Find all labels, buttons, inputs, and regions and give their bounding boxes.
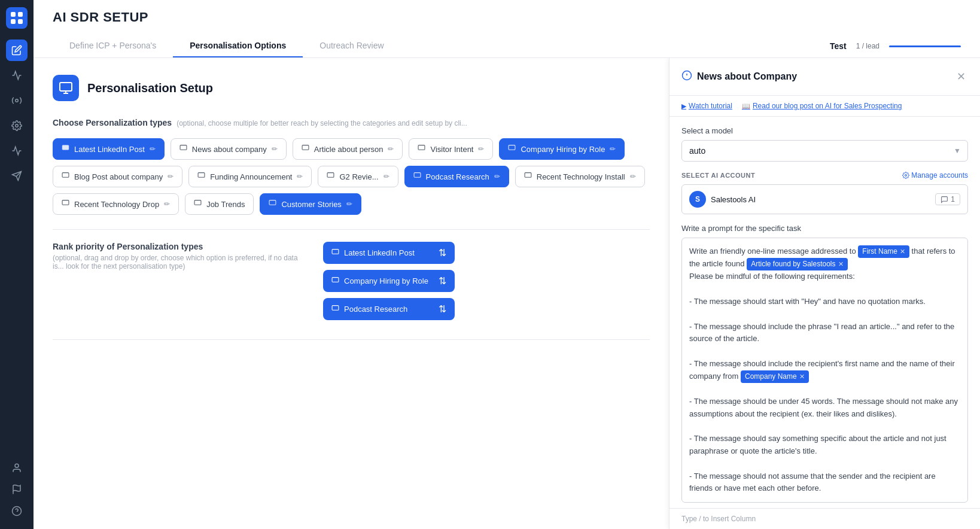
chip-edit-blog[interactable]: ✏ — [168, 172, 174, 181]
chip-company-hiring[interactable]: Company Hiring by Role ✏ — [499, 138, 625, 160]
rank-item-podcast[interactable]: Podcast Research ⇅ — [323, 298, 455, 320]
prompt-tag-article[interactable]: Article found by Salestools ✕ — [747, 258, 847, 270]
lead-count: 1 / lead — [856, 42, 879, 50]
setup-icon — [53, 75, 79, 101]
chip-latest-linkedin[interactable]: Latest LinkedIn Post ✏ — [53, 138, 165, 160]
chip-edit-tech-install[interactable]: ✏ — [630, 172, 636, 181]
chip-edit-customer[interactable]: ✏ — [346, 200, 352, 208]
sidebar-item-settings-alt[interactable] — [6, 115, 28, 136]
prompt-tag-article-close[interactable]: ✕ — [838, 259, 844, 270]
setup-panel: Personalisation Setup Choose Personaliza… — [34, 58, 669, 529]
svg-rect-19 — [509, 145, 516, 150]
ai-account-row: S Salestools AI 1 — [681, 184, 968, 214]
chip-label-customer: Customer Stories — [281, 200, 341, 209]
rank-arrows-podcast[interactable]: ⇅ — [439, 303, 446, 315]
tab-personalisation[interactable]: Personalisation Options — [173, 35, 303, 57]
chip-funding[interactable]: Funding Announcement ✏ — [188, 166, 312, 187]
tab-outreach[interactable]: Outreach Review — [303, 35, 400, 57]
rank-label-hiring: Company Hiring by Role — [344, 276, 428, 285]
rank-items: Latest LinkedIn Post ⇅ Company Hiring by… — [323, 242, 455, 320]
chip-news-company[interactable]: News about company ✏ — [171, 138, 287, 160]
chip-label-job-trends: Job Trends — [206, 200, 245, 209]
sidebar-item-send[interactable] — [6, 165, 28, 187]
sidebar-item-user-settings[interactable] — [6, 457, 28, 479]
svg-point-5 — [16, 124, 19, 127]
sidebar-item-analytics[interactable] — [6, 65, 28, 86]
chip-edit-g2[interactable]: ✏ — [384, 172, 389, 181]
chip-edit-podcast[interactable]: ✏ — [494, 172, 500, 181]
svg-rect-3 — [18, 19, 23, 24]
sidebar-item-help[interactable] — [6, 500, 28, 522]
chip-job-trends[interactable]: Job Trends — [185, 193, 254, 215]
chip-customer-stories[interactable]: Customer Stories ✏ — [260, 193, 361, 215]
side-panel-body: Select a model auto ▼ SELECT AI ACCOUNT … — [669, 117, 980, 508]
chip-icon-tech-install — [524, 172, 532, 181]
chip-edit-hiring[interactable]: ✏ — [610, 145, 616, 153]
chip-edit-news[interactable]: ✏ — [272, 145, 278, 153]
model-select-wrapper: auto ▼ — [681, 140, 968, 162]
model-select[interactable]: auto — [681, 140, 968, 162]
prompt-footer: Type / to Insert Column — [669, 508, 980, 529]
chip-icon-news — [179, 144, 187, 154]
progress-bar — [889, 45, 961, 47]
chip-icon-tech-drop — [62, 199, 69, 209]
prompt-tag-company[interactable]: Company Name ✕ — [741, 370, 809, 383]
manage-accounts-link[interactable]: Manage accounts — [902, 171, 968, 180]
svg-rect-2 — [11, 19, 16, 24]
svg-rect-17 — [302, 145, 309, 150]
prompt-tag-firstname-close[interactable]: ✕ — [900, 247, 905, 257]
chip-icon-hiring — [508, 144, 516, 154]
chip-article-person[interactable]: Article about person ✏ — [293, 138, 403, 160]
app-logo[interactable] — [6, 7, 28, 29]
rank-arrows-linkedin[interactable]: ⇅ — [439, 247, 446, 259]
chip-icon-visitor — [418, 144, 425, 154]
chip-visitor-intent[interactable]: Visitor Intent ✏ — [409, 138, 493, 160]
chip-icon-blog — [62, 172, 69, 181]
personalization-chips: Latest LinkedIn Post ✏ News about compan… — [53, 138, 650, 215]
rank-icon-podcast — [331, 305, 339, 314]
rank-label-col: Rank priority of Personalization types (… — [53, 242, 304, 270]
chip-label-linkedin: Latest LinkedIn Post — [74, 145, 145, 154]
sidebar-item-integrations[interactable] — [6, 90, 28, 111]
tab-icp[interactable]: Define ICP + Persona's — [53, 35, 173, 57]
header: AI SDR SETUP Define ICP + Persona's Pers… — [34, 0, 980, 58]
chip-icon-funding — [197, 172, 205, 181]
chip-icon-linkedin — [62, 144, 69, 154]
sidebar-item-pulse[interactable] — [6, 140, 28, 162]
sidebar — [0, 0, 34, 529]
svg-point-34 — [905, 175, 907, 177]
chip-edit-funding[interactable]: ✏ — [297, 172, 303, 181]
svg-rect-30 — [332, 305, 339, 310]
chip-blog-post[interactable]: Blog Post about company ✏ — [53, 166, 182, 187]
sidebar-item-compose[interactable] — [6, 39, 28, 61]
chip-tech-drop[interactable]: Recent Technology Drop ✏ — [53, 193, 179, 215]
rank-section: Rank priority of Personalization types (… — [53, 242, 650, 320]
chip-tech-install[interactable]: Recent Technology Install ✏ — [515, 166, 645, 187]
rank-item-hiring[interactable]: Company Hiring by Role ⇅ — [323, 270, 455, 292]
svg-rect-28 — [332, 249, 339, 254]
svg-rect-26 — [194, 200, 201, 205]
chip-podcast[interactable]: Podcast Research ✏ — [404, 166, 509, 187]
close-panel-button[interactable]: ✕ — [954, 68, 968, 86]
watch-tutorial-link[interactable]: ▶ Watch tutorial — [681, 102, 732, 110]
page-title: AI SDR SETUP — [53, 10, 961, 25]
sidebar-item-flag[interactable] — [6, 479, 28, 500]
tab-test[interactable]: Test — [830, 41, 847, 51]
chip-label-funding: Funding Announcement — [210, 172, 292, 181]
ai-account-count: 1 — [935, 193, 960, 205]
chip-edit-tech-drop[interactable]: ✏ — [164, 200, 170, 208]
chip-edit-article[interactable]: ✏ — [388, 145, 394, 153]
prompt-tag-company-close[interactable]: ✕ — [799, 372, 805, 382]
side-panel-title: News about Company — [681, 70, 797, 84]
chip-edit-visitor[interactable]: ✏ — [478, 145, 484, 153]
prompt-tag-firstname[interactable]: First Name ✕ — [858, 245, 909, 258]
chip-edit-linkedin[interactable]: ✏ — [150, 145, 156, 153]
blog-post-link[interactable]: 📖 Read our blog post on AI for Sales Pro… — [742, 102, 902, 110]
chip-icon-article — [302, 144, 309, 154]
rank-item-linkedin[interactable]: Latest LinkedIn Post ⇅ — [323, 242, 455, 264]
chip-g2[interactable]: G2 Revie... ✏ — [318, 166, 398, 187]
rank-label: Rank priority of Personalization types — [53, 242, 304, 251]
svg-rect-16 — [180, 145, 187, 150]
rank-arrows-hiring[interactable]: ⇅ — [439, 275, 446, 287]
prompt-area[interactable]: Write an friendly one-line message addre… — [681, 238, 968, 503]
